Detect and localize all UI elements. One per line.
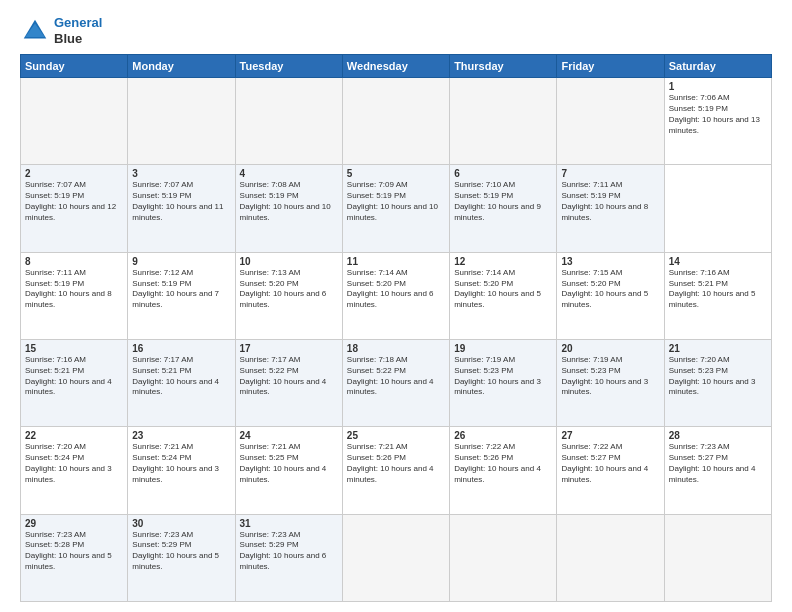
day-info: Sunrise: 7:23 AM Sunset: 5:29 PM Dayligh…	[132, 530, 230, 573]
day-info: Sunrise: 7:21 AM Sunset: 5:24 PM Dayligh…	[132, 442, 230, 485]
day-info: Sunrise: 7:17 AM Sunset: 5:22 PM Dayligh…	[240, 355, 338, 398]
day-info: Sunrise: 7:20 AM Sunset: 5:24 PM Dayligh…	[25, 442, 123, 485]
calendar-day-cell: 28Sunrise: 7:23 AM Sunset: 5:27 PM Dayli…	[664, 427, 771, 514]
day-number: 13	[561, 256, 659, 267]
calendar-week-row: 22Sunrise: 7:20 AM Sunset: 5:24 PM Dayli…	[21, 427, 772, 514]
calendar-day-cell: 10Sunrise: 7:13 AM Sunset: 5:20 PM Dayli…	[235, 252, 342, 339]
calendar-week-row: 8Sunrise: 7:11 AM Sunset: 5:19 PM Daylig…	[21, 252, 772, 339]
day-info: Sunrise: 7:16 AM Sunset: 5:21 PM Dayligh…	[25, 355, 123, 398]
day-number: 1	[669, 81, 767, 92]
calendar-day-cell: 16Sunrise: 7:17 AM Sunset: 5:21 PM Dayli…	[128, 340, 235, 427]
calendar-day-cell: 26Sunrise: 7:22 AM Sunset: 5:26 PM Dayli…	[450, 427, 557, 514]
day-number: 2	[25, 168, 123, 179]
calendar-day-cell: 5Sunrise: 7:09 AM Sunset: 5:19 PM Daylig…	[342, 165, 449, 252]
calendar-day-cell: 8Sunrise: 7:11 AM Sunset: 5:19 PM Daylig…	[21, 252, 128, 339]
calendar-day-cell: 30Sunrise: 7:23 AM Sunset: 5:29 PM Dayli…	[128, 514, 235, 601]
logo: General Blue	[20, 15, 102, 46]
calendar-body: 1Sunrise: 7:06 AM Sunset: 5:19 PM Daylig…	[21, 78, 772, 602]
calendar-header-cell: Sunday	[21, 55, 128, 78]
svg-marker-1	[25, 23, 45, 37]
calendar-day-cell: 20Sunrise: 7:19 AM Sunset: 5:23 PM Dayli…	[557, 340, 664, 427]
day-info: Sunrise: 7:12 AM Sunset: 5:19 PM Dayligh…	[132, 268, 230, 311]
calendar-day-cell	[21, 78, 128, 165]
day-number: 5	[347, 168, 445, 179]
calendar-day-cell: 14Sunrise: 7:16 AM Sunset: 5:21 PM Dayli…	[664, 252, 771, 339]
day-number: 7	[561, 168, 659, 179]
calendar-day-cell	[664, 514, 771, 601]
calendar-day-cell: 17Sunrise: 7:17 AM Sunset: 5:22 PM Dayli…	[235, 340, 342, 427]
calendar-day-cell: 19Sunrise: 7:19 AM Sunset: 5:23 PM Dayli…	[450, 340, 557, 427]
day-number: 16	[132, 343, 230, 354]
day-number: 15	[25, 343, 123, 354]
day-number: 8	[25, 256, 123, 267]
day-info: Sunrise: 7:07 AM Sunset: 5:19 PM Dayligh…	[132, 180, 230, 223]
day-info: Sunrise: 7:14 AM Sunset: 5:20 PM Dayligh…	[454, 268, 552, 311]
day-info: Sunrise: 7:15 AM Sunset: 5:20 PM Dayligh…	[561, 268, 659, 311]
calendar-day-cell: 29Sunrise: 7:23 AM Sunset: 5:28 PM Dayli…	[21, 514, 128, 601]
day-number: 31	[240, 518, 338, 529]
calendar-day-cell: 1Sunrise: 7:06 AM Sunset: 5:19 PM Daylig…	[664, 78, 771, 165]
calendar-day-cell: 2Sunrise: 7:07 AM Sunset: 5:19 PM Daylig…	[21, 165, 128, 252]
calendar-day-cell: 11Sunrise: 7:14 AM Sunset: 5:20 PM Dayli…	[342, 252, 449, 339]
day-number: 23	[132, 430, 230, 441]
calendar-day-cell: 12Sunrise: 7:14 AM Sunset: 5:20 PM Dayli…	[450, 252, 557, 339]
day-number: 4	[240, 168, 338, 179]
day-number: 18	[347, 343, 445, 354]
day-info: Sunrise: 7:09 AM Sunset: 5:19 PM Dayligh…	[347, 180, 445, 223]
calendar-day-cell: 22Sunrise: 7:20 AM Sunset: 5:24 PM Dayli…	[21, 427, 128, 514]
calendar-header-cell: Thursday	[450, 55, 557, 78]
calendar-day-cell: 7Sunrise: 7:11 AM Sunset: 5:19 PM Daylig…	[557, 165, 664, 252]
day-number: 27	[561, 430, 659, 441]
day-number: 6	[454, 168, 552, 179]
day-info: Sunrise: 7:22 AM Sunset: 5:26 PM Dayligh…	[454, 442, 552, 485]
calendar-day-cell: 9Sunrise: 7:12 AM Sunset: 5:19 PM Daylig…	[128, 252, 235, 339]
day-info: Sunrise: 7:19 AM Sunset: 5:23 PM Dayligh…	[454, 355, 552, 398]
day-info: Sunrise: 7:13 AM Sunset: 5:20 PM Dayligh…	[240, 268, 338, 311]
day-info: Sunrise: 7:11 AM Sunset: 5:19 PM Dayligh…	[25, 268, 123, 311]
day-info: Sunrise: 7:20 AM Sunset: 5:23 PM Dayligh…	[669, 355, 767, 398]
day-info: Sunrise: 7:14 AM Sunset: 5:20 PM Dayligh…	[347, 268, 445, 311]
page: General Blue SundayMondayTuesdayWednesda…	[0, 0, 792, 612]
day-info: Sunrise: 7:23 AM Sunset: 5:29 PM Dayligh…	[240, 530, 338, 573]
calendar-day-cell	[450, 78, 557, 165]
day-info: Sunrise: 7:21 AM Sunset: 5:26 PM Dayligh…	[347, 442, 445, 485]
day-number: 17	[240, 343, 338, 354]
day-info: Sunrise: 7:06 AM Sunset: 5:19 PM Dayligh…	[669, 93, 767, 136]
calendar-day-cell: 23Sunrise: 7:21 AM Sunset: 5:24 PM Dayli…	[128, 427, 235, 514]
calendar-header-row: SundayMondayTuesdayWednesdayThursdayFrid…	[21, 55, 772, 78]
day-number: 21	[669, 343, 767, 354]
calendar-day-cell	[342, 514, 449, 601]
day-number: 24	[240, 430, 338, 441]
calendar-week-row: 1Sunrise: 7:06 AM Sunset: 5:19 PM Daylig…	[21, 78, 772, 165]
day-number: 28	[669, 430, 767, 441]
day-number: 29	[25, 518, 123, 529]
day-info: Sunrise: 7:19 AM Sunset: 5:23 PM Dayligh…	[561, 355, 659, 398]
day-number: 22	[25, 430, 123, 441]
calendar-day-cell	[342, 78, 449, 165]
calendar-day-cell	[235, 78, 342, 165]
day-info: Sunrise: 7:23 AM Sunset: 5:27 PM Dayligh…	[669, 442, 767, 485]
calendar-day-cell: 25Sunrise: 7:21 AM Sunset: 5:26 PM Dayli…	[342, 427, 449, 514]
day-number: 26	[454, 430, 552, 441]
logo-icon	[20, 16, 50, 46]
day-number: 9	[132, 256, 230, 267]
day-info: Sunrise: 7:21 AM Sunset: 5:25 PM Dayligh…	[240, 442, 338, 485]
day-number: 12	[454, 256, 552, 267]
calendar-day-cell: 13Sunrise: 7:15 AM Sunset: 5:20 PM Dayli…	[557, 252, 664, 339]
day-number: 11	[347, 256, 445, 267]
calendar-header-cell: Wednesday	[342, 55, 449, 78]
calendar-day-cell	[557, 514, 664, 601]
calendar-day-cell	[450, 514, 557, 601]
calendar-table: SundayMondayTuesdayWednesdayThursdayFrid…	[20, 54, 772, 602]
header: General Blue	[20, 15, 772, 46]
day-info: Sunrise: 7:11 AM Sunset: 5:19 PM Dayligh…	[561, 180, 659, 223]
day-info: Sunrise: 7:10 AM Sunset: 5:19 PM Dayligh…	[454, 180, 552, 223]
day-info: Sunrise: 7:18 AM Sunset: 5:22 PM Dayligh…	[347, 355, 445, 398]
day-info: Sunrise: 7:07 AM Sunset: 5:19 PM Dayligh…	[25, 180, 123, 223]
logo-text: General Blue	[54, 15, 102, 46]
calendar-header-cell: Tuesday	[235, 55, 342, 78]
day-number: 30	[132, 518, 230, 529]
day-number: 19	[454, 343, 552, 354]
calendar-header-cell: Friday	[557, 55, 664, 78]
day-info: Sunrise: 7:17 AM Sunset: 5:21 PM Dayligh…	[132, 355, 230, 398]
